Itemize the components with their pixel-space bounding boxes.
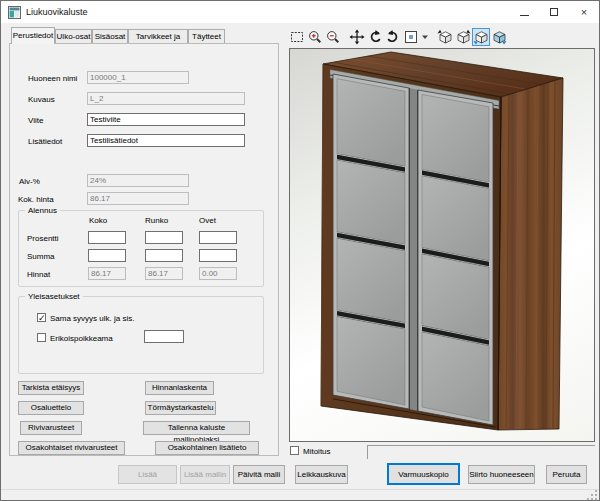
yleisasetukset-group-title: Yleisasetukset [25, 292, 83, 301]
zoom-in-icon[interactable] [306, 28, 324, 46]
tallenna-mallipohjaksi-button[interactable]: Tallenna kaluste mallipohjaksi [143, 421, 250, 435]
iso-view-4-icon[interactable] [490, 28, 508, 46]
alennus-group-title: Alennus [25, 206, 60, 215]
lisatiedot-field[interactable] [87, 134, 245, 147]
alv-field [87, 174, 189, 187]
maximize-icon [550, 8, 558, 16]
3d-viewport[interactable] [289, 48, 595, 442]
close-button[interactable]: × [569, 1, 599, 23]
view-mode-icon[interactable] [402, 28, 420, 46]
leikkauskuva-button[interactable]: Leikkauskuva [295, 465, 348, 484]
osaluettelo-button[interactable]: Osaluettelo [18, 401, 84, 415]
view-mode-dropdown-icon[interactable] [420, 28, 430, 46]
yleisasetukset-group: Yleisasetukset ✓ Sama syvyys ulk. ja sis… [18, 296, 264, 374]
mitoitus-checkbox[interactable] [290, 446, 299, 455]
dialog-liukuovikaluste: Liukuovikaluste × Perustiedot Ulko-osat … [0, 0, 600, 501]
tarkista-etaisyys-button[interactable]: Tarkista etäisyys [18, 381, 84, 395]
iso-view-3-icon[interactable] [472, 28, 490, 46]
paivita-malli-button[interactable]: Päivitä malli [233, 465, 285, 484]
prosentti-runko-field[interactable] [145, 231, 183, 244]
rivivarusteet-button[interactable]: Rivivarusteet [20, 421, 82, 435]
lisaa-mallin-button: Lisää mallin [180, 465, 230, 484]
col-ovet: Ovet [199, 216, 216, 225]
window-title: Liukuovikaluste [26, 7, 88, 17]
pan-icon[interactable] [348, 28, 366, 46]
peruuta-button[interactable]: Peruuta [546, 465, 587, 484]
summa-label: Summa [27, 252, 55, 261]
summa-koko-field[interactable] [88, 249, 126, 262]
huoneen-nimi-label: Huoneen nimi [28, 74, 77, 83]
kuvaus-label: Kuvaus [28, 95, 55, 104]
prosentti-koko-field[interactable] [88, 231, 126, 244]
prosentti-label: Prosentti [27, 234, 59, 243]
iso-view-1-icon[interactable] [436, 28, 454, 46]
lisaa-uudestaan-button: Lisää uudestaan [118, 465, 177, 484]
kok-hinta-label: Kok. hinta [18, 195, 54, 204]
alv-label: Alv-% [19, 177, 40, 186]
erikoispoikkeama-field[interactable] [144, 330, 184, 343]
erikoispoikkeama-checkbox[interactable] [37, 333, 46, 342]
tab-ulko-osat[interactable]: Ulko-osat [55, 29, 92, 43]
tab-sisaosat[interactable]: Sisäosat [92, 29, 128, 43]
erikoispoikkeama-label: Erikoispoikkeama [50, 334, 113, 343]
hinnat-ovet-field [199, 267, 237, 280]
hinnat-koko-field [88, 267, 126, 280]
summa-ovet-field[interactable] [199, 249, 237, 262]
resize-grip[interactable] [586, 489, 598, 500]
title-bar: Liukuovikaluste × [1, 1, 599, 23]
col-runko: Runko [145, 216, 168, 225]
summa-runko-field[interactable] [145, 249, 183, 262]
minimize-icon [520, 15, 529, 16]
status-bar [1, 489, 599, 501]
hinnat-label: Hinnat [27, 270, 50, 279]
mitoitus-label: Mitoitus [303, 447, 331, 456]
mitoitus-panel [367, 445, 595, 459]
wardrobe-render [290, 49, 594, 441]
sama-syvyys-checkbox[interactable]: ✓ [37, 313, 46, 322]
kok-hinta-field [87, 192, 189, 205]
hinnat-runko-field [145, 267, 183, 280]
viite-label: Viite [28, 116, 43, 125]
app-icon [8, 6, 21, 19]
osakohtainen-lisatieto-button[interactable]: Osakohtainen lisätieto [155, 441, 259, 455]
minimize-button[interactable] [509, 1, 539, 23]
rotate-left-icon[interactable] [366, 28, 384, 46]
iso-view-2-icon[interactable] [454, 28, 472, 46]
col-koko: Koko [89, 216, 107, 225]
tab-taytteet[interactable]: Täytteet [188, 29, 225, 43]
siirto-huoneeseen-button[interactable]: Siirto huoneeseen [468, 465, 535, 484]
viewport-toolbar [288, 27, 508, 46]
huoneen-nimi-field [87, 71, 189, 84]
viite-field[interactable] [87, 113, 245, 126]
tab-tarvikkeet-ja-ovet[interactable]: Tarvikkeet ja ovet [128, 29, 188, 43]
alennus-group: Alennus Koko Runko Ovet Prosentti Summa … [18, 210, 264, 287]
kuvaus-field [87, 92, 245, 105]
lisatiedot-label: Lisätiedot [28, 137, 62, 146]
tab-perustiedot[interactable]: Perustiedot [11, 27, 55, 44]
maximize-button[interactable] [539, 1, 569, 23]
sama-syvyys-label: Sama syvyys ulk. ja sis. [50, 314, 134, 323]
tabpage-perustiedot: Huoneen nimi Kuvaus Viite Lisätiedot Alv… [9, 43, 279, 456]
zoom-out-icon[interactable] [324, 28, 342, 46]
hinnanlaskenta-button[interactable]: Hinnanlaskenta [145, 381, 214, 395]
prosentti-ovet-field[interactable] [199, 231, 237, 244]
osakohtaiset-rivivarusteet-button[interactable]: Osakohtaiset rivivarusteet [18, 441, 125, 455]
rotate-right-icon[interactable] [384, 28, 402, 46]
close-icon: × [581, 7, 587, 18]
tormaystarkastelu-button[interactable]: Törmäystarkastelu [145, 401, 216, 415]
zoom-window-icon[interactable] [288, 28, 306, 46]
varmuuskopio-button[interactable]: Varmuuskopio [387, 463, 460, 485]
